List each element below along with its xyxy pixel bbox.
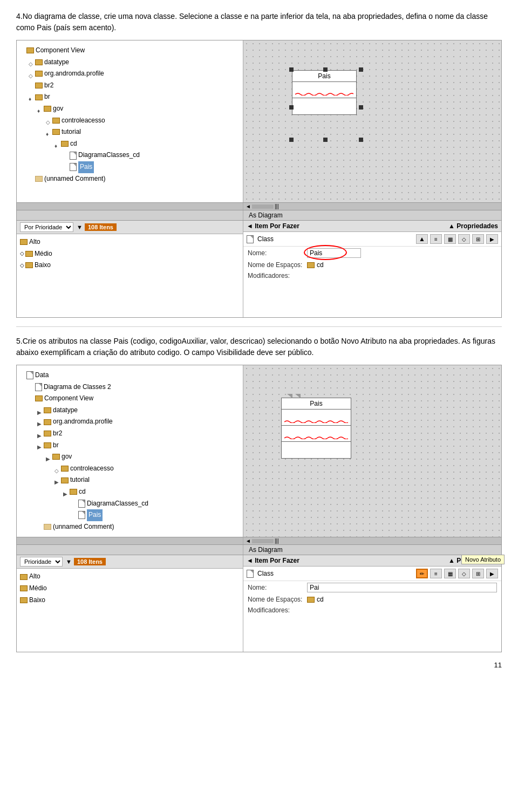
tree-item[interactable]: ♦ tutorial	[20, 126, 240, 138]
item-por-fazer-label: ◄ Item Por Fazer	[247, 222, 299, 230]
tree-item[interactable]: ▶ br	[20, 440, 240, 452]
tree-item[interactable]: ▶ gov	[20, 451, 240, 463]
tab-as-diagram-2[interactable]: As Diagram	[243, 545, 501, 555]
tree-item[interactable]: ▶ br2	[20, 428, 240, 440]
diagram-panel-2: Pais	[243, 365, 501, 537]
todo-item[interactable]: Baixo	[20, 595, 240, 606]
folder-icon	[44, 431, 51, 436]
tree-item[interactable]: Component View	[20, 393, 240, 405]
page: 4.No diagrama de classe, crie uma nova c…	[0, 0, 518, 680]
toolbar-btn-right[interactable]: ▶	[486, 234, 498, 244]
nome-espaco-value-1: cd	[317, 261, 324, 269]
nome-espaco-value-container: cd	[307, 261, 324, 269]
tree-item[interactable]: ◇ org.andromda.profile	[20, 68, 240, 80]
tree-item[interactable]: ◇ controleacesso	[20, 115, 240, 127]
folder-icon	[25, 262, 33, 268]
tree-item[interactable]: Pais	[20, 509, 240, 521]
tree-label-selected: Pais	[87, 509, 103, 521]
scroll-thumb[interactable]	[252, 204, 274, 209]
small-folder-icon-2	[307, 597, 315, 603]
tree-item[interactable]: (unnamed Comment)	[20, 521, 240, 533]
scrollbar-area-1: ◄ |||	[16, 203, 502, 210]
todo-item[interactable]: Médio	[20, 583, 240, 595]
nome-espaco-value-2: cd	[317, 596, 324, 603]
class-section-methods	[292, 98, 356, 114]
toolbar-btn-table-2[interactable]: ⊞	[472, 569, 484, 578]
page-number: 11	[16, 661, 502, 669]
dropdown-arrow-2: ▼	[66, 558, 72, 565]
toolbar-btn-diamond-2[interactable]: ◇	[458, 569, 470, 578]
todo-item[interactable]: Alto	[20, 236, 240, 248]
toolbar-btn-up[interactable]: ▲	[416, 234, 428, 244]
nome-input-2[interactable]	[307, 583, 497, 592]
toolbar-btn-grid[interactable]: ≡	[430, 234, 442, 244]
tree-item[interactable]: DiagramaClasses_cd	[20, 498, 240, 510]
tree-item[interactable]: ♦ gov	[20, 103, 240, 115]
handle-tc	[323, 67, 328, 72]
todo-item[interactable]: ◇ Baixo	[20, 260, 240, 271]
todo-label: Baixo	[29, 595, 45, 606]
small-folder-icon	[307, 262, 315, 268]
priority-select-1[interactable]: Por Prioridade	[20, 222, 73, 232]
tree-item[interactable]: br2	[20, 80, 240, 92]
expand-icon: ◇	[29, 71, 34, 77]
nome-row-2: Nome:	[243, 581, 501, 594]
expand-icon: ♦	[54, 141, 60, 147]
tree-item[interactable]: ▶ tutorial	[20, 474, 240, 486]
novo-atributo-label: Novo Atributo	[465, 556, 501, 563]
item-count-2: 108 Itens	[74, 558, 106, 565]
nome-espaco-row-2: Nome de Espaços: cd	[243, 594, 501, 605]
tree-label: br2	[44, 80, 53, 92]
todo-label: Alto	[29, 571, 40, 583]
folder-icon	[20, 597, 28, 603]
step5-heading: 5.Crie os atributos na classe Pais (codi…	[16, 336, 502, 358]
scroll-thumb-2[interactable]	[252, 539, 274, 543]
tree-item[interactable]: ▶ org.andromda.profile	[20, 416, 240, 428]
todo-items-2: Alto Médio Baixo	[17, 569, 243, 608]
todo-header-1: Por Prioridade ▼ 108 Itens	[17, 221, 243, 234]
todo-label: Baixo	[35, 260, 51, 271]
folder-icon	[35, 83, 43, 88]
expand-icon	[20, 373, 25, 378]
priority-select-2[interactable]: Prioridade	[20, 557, 63, 567]
todo-item[interactable]: ◇ Médio	[20, 248, 240, 260]
expand-icon: ♦	[37, 106, 43, 112]
tree-item[interactable]: ◇ controleacesso	[20, 463, 240, 475]
toolbar-btn-grid2[interactable]: ▦	[444, 234, 456, 244]
class-box-2[interactable]: Pais	[281, 398, 351, 459]
todo-label: Médio	[29, 583, 47, 595]
class-box-1[interactable]: Pais	[292, 70, 357, 115]
tree-item[interactable]: ♦ br	[20, 91, 240, 103]
tree-label: gov	[53, 103, 63, 115]
todo-item[interactable]: Alto	[20, 571, 240, 583]
tree-item[interactable]: (unnamed Comment)	[20, 173, 240, 185]
class-section-attrs-2	[282, 410, 351, 426]
toolbar-btn-grid-2[interactable]: ≡	[430, 569, 442, 578]
tree-item[interactable]: Pais	[20, 161, 240, 173]
tree-item[interactable]: Data	[20, 370, 240, 381]
scrollbar-right-2: ◄ |||	[243, 537, 501, 544]
tree-item[interactable]: ◇ datatype	[20, 57, 240, 69]
tree-item[interactable]: Diagrama de Classes 2	[20, 381, 240, 393]
diagram-panel-1: Pais	[243, 40, 501, 202]
toolbar-btn-right-2[interactable]: ▶	[486, 569, 498, 578]
expand-icon: ▶	[63, 489, 69, 495]
tree-item[interactable]: DiagramaClasses_cd	[20, 149, 240, 161]
class-section-attrs-3	[282, 426, 351, 442]
link-icon: ◇	[20, 249, 24, 258]
toolbar-btn-grid3[interactable]: ▦	[444, 569, 456, 578]
tree-item[interactable]: ▶ cd	[20, 486, 240, 498]
folder-icon	[35, 176, 43, 182]
tree-item[interactable]: Component View	[20, 45, 240, 57]
expand-icon	[29, 396, 34, 401]
nome-input-1[interactable]	[307, 248, 361, 258]
tree-item[interactable]: ♦ cd	[20, 138, 240, 150]
toolbar-btn-table[interactable]: ⊞	[472, 234, 484, 244]
tab-as-diagram[interactable]: As Diagram	[243, 210, 501, 220]
bottom-panel-2: Prioridade ▼ 108 Itens Alto Médio	[16, 555, 502, 652]
toolbar-btn-diamond[interactable]: ◇	[458, 234, 470, 244]
toolbar-btn-pencil[interactable]: ✏	[416, 569, 428, 578]
scrollbar-left	[17, 203, 243, 210]
tree-label-selected: Pais	[78, 161, 94, 173]
tree-item[interactable]: ▶ datatype	[20, 405, 240, 417]
